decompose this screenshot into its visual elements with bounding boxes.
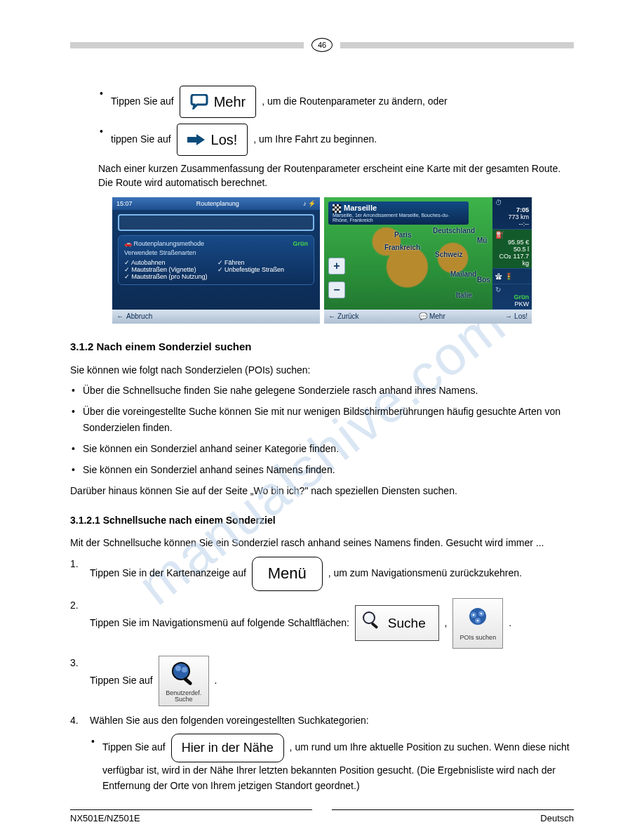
svg-rect-2 (370, 622, 378, 629)
suche-button[interactable]: Suche (355, 605, 439, 640)
step-2: Tippen Sie im Navigationsmenü auf folgen… (70, 598, 574, 649)
section-intro: Sie können wie folgt nach Sonderzielen (… (70, 363, 574, 377)
step-3: Tippen Sie auf Benutzerdef. Suche . (70, 656, 574, 706)
arrow-right-icon (187, 134, 206, 145)
hier-in-der-naehe-button[interactable]: Hier in der Nähe (171, 734, 284, 762)
pois-suchen-tile[interactable]: POIs suchen (452, 598, 503, 649)
list-item: Über die voreingestellte Suche können Si… (70, 404, 574, 435)
screenshot-row: 15:07 Routenplanung ♪ ⚡ 🚗 Routenplanungs… (70, 197, 574, 324)
svg-point-11 (175, 666, 181, 671)
list-item: Sie können ein Sonderziel anhand seiner … (70, 441, 574, 456)
svg-point-0 (363, 612, 375, 623)
svg-point-12 (182, 667, 187, 673)
screenshot-map-overview: Marseille Marseille, 1er Arrondissement … (324, 197, 532, 324)
svg-point-1 (365, 614, 369, 617)
subsection-intro: Mit der Schnellsuche können Sie ein Sond… (70, 536, 574, 550)
step-4-option: Tippen Sie auf Hier in der Nähe , um run… (90, 734, 574, 794)
bullet-los: tippen Sie auf Los! , um Ihre Fahrt zu b… (98, 124, 574, 156)
page-number: 46 (311, 38, 333, 52)
screenshot-route-settings: 15:07 Routenplanung ♪ ⚡ 🚗 Routenplanungs… (112, 197, 320, 324)
speech-icon (190, 94, 208, 110)
menu-button[interactable]: Menü (252, 557, 323, 590)
paragraph-after-shots-intro: Nach einer kurzen Zusammenfassung der Ro… (98, 161, 574, 190)
zoom-out-button[interactable]: − (328, 282, 345, 298)
benutzerdef-suche-tile[interactable]: Benutzerdef. Suche (159, 656, 209, 706)
svg-point-7 (473, 614, 475, 616)
section-heading-3-1-2: 3.1.2 Nach einem Sonderziel suchen (70, 340, 574, 352)
svg-point-9 (477, 620, 479, 622)
step-1: Tippen Sie in der Kartenanzeige auf Menü… (70, 557, 574, 590)
mehr-button[interactable]: Mehr (180, 86, 257, 118)
list-item: Über die Schnellsuche finden Sie nahe ge… (70, 383, 574, 398)
bullet-mehr: Tippen Sie auf Mehr , um die Routenparam… (98, 86, 574, 118)
zoom-in-button[interactable]: + (328, 258, 345, 274)
extra-note: Darüber hinaus können Sie auf der Seite … (70, 484, 574, 498)
footer-right: Deutsch (332, 809, 574, 823)
magnifier-icon (361, 610, 382, 635)
list-item: Sie können ein Sonderziel anhand seines … (70, 462, 574, 477)
step-4: Wählen Sie aus den folgenden voreingeste… (70, 713, 574, 794)
subsection-heading-3-1-2-1: 3.1.2.1 Schnellsuche nach einem Sonderzi… (70, 515, 574, 526)
footer-left: NX501E/NZ501E (70, 809, 312, 823)
los-button[interactable]: Los! (177, 124, 248, 156)
svg-point-8 (481, 613, 483, 615)
header: 46 (70, 0, 574, 37)
footer: NX501E/NZ501E Deutsch (70, 809, 574, 823)
